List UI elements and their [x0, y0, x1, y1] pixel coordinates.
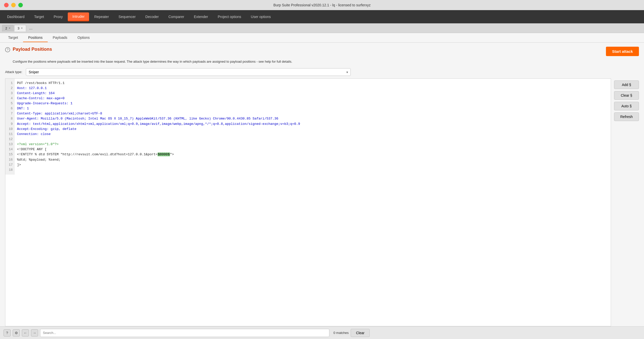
nav-project-options[interactable]: Project options [213, 13, 246, 21]
attack-type-label: Attack type: [5, 70, 22, 74]
start-attack-button[interactable]: Start attack [606, 47, 639, 56]
help-bottom-icon[interactable]: ? [4, 329, 11, 336]
tab-2-label: 2 [5, 26, 7, 30]
tab-3-label: 3 [18, 26, 19, 30]
section-title: Payload Positions [13, 47, 52, 52]
title-bar: Burp Suite Professional v2020.12.1 - lq … [0, 0, 644, 10]
help-icon[interactable]: ? [5, 47, 10, 52]
maximize-button[interactable] [18, 3, 23, 7]
nav-target[interactable]: Target [30, 13, 49, 21]
window-title: Burp Suite Professional v2020.12.1 - lq … [274, 3, 371, 7]
description-text: Configure the positions where payloads w… [0, 58, 644, 67]
clear-section-button[interactable]: Clear § [614, 91, 639, 100]
main-area: 123 456 789 101112 131415 161718 PUT /re… [0, 78, 644, 327]
matches-text: 0 matches [333, 331, 349, 335]
attack-type-select[interactable]: Sniper Battering ram Pitchfork Cluster b… [26, 68, 351, 76]
sub-tab-bar: Target Positions Payloads Options [0, 33, 644, 43]
refresh-button[interactable]: Refresh [614, 112, 639, 121]
tab-more[interactable]: ... [27, 25, 35, 32]
nav-dashboard[interactable]: Dashboard [3, 13, 29, 21]
attack-type-row: Attack type: Sniper Battering ram Pitchf… [0, 67, 644, 78]
bottom-bar: ? ⚙ ← → 0 matches Clear [0, 326, 644, 339]
tab-bar: 2 × 3 × ... [0, 23, 644, 33]
nav-extender[interactable]: Extender [189, 13, 213, 21]
search-input[interactable] [40, 329, 329, 337]
code-editor[interactable]: 123 456 789 101112 131415 161718 PUT /re… [5, 78, 611, 327]
nav-proxy[interactable]: Proxy [49, 13, 67, 21]
page-content: ? Payload Positions Start attack Configu… [0, 43, 644, 339]
nav-comparer[interactable]: Comparer [164, 13, 189, 21]
line-numbers: 123 456 789 101112 131415 161718 [5, 79, 14, 175]
tab-2[interactable]: 2 × [2, 25, 14, 31]
nav-decoder[interactable]: Decoder [141, 13, 163, 21]
back-icon[interactable]: ← [22, 329, 29, 336]
close-button[interactable] [4, 3, 9, 7]
minimize-button[interactable] [11, 3, 16, 7]
sub-tab-positions[interactable]: Positions [23, 33, 48, 42]
nav-repeater[interactable]: Repeater [90, 13, 113, 21]
settings-icon[interactable]: ⚙ [13, 329, 20, 336]
tab-2-close[interactable]: × [9, 26, 10, 30]
tab-3-close[interactable]: × [21, 26, 23, 30]
attack-type-select-wrapper[interactable]: Sniper Battering ram Pitchfork Cluster b… [26, 68, 351, 76]
forward-icon[interactable]: → [31, 329, 38, 336]
tab-3[interactable]: 3 × [14, 25, 26, 31]
sub-tab-options[interactable]: Options [72, 33, 95, 42]
clear-button[interactable]: Clear [351, 329, 370, 337]
sub-tab-target[interactable]: Target [3, 33, 23, 42]
nav-bar: Dashboard Target Proxy Intruder Repeater… [0, 10, 644, 23]
code-content[interactable]: PUT /rest/books HTTP/1.1Host: 127.0.0.1C… [14, 79, 611, 175]
nav-intruder[interactable]: Intruder [68, 12, 89, 21]
add-section-button[interactable]: Add § [614, 80, 639, 89]
right-buttons: Add § Clear § Auto § Refresh [611, 78, 644, 327]
nav-user-options[interactable]: User options [246, 13, 276, 21]
window-controls[interactable] [4, 3, 23, 7]
header-section: ? Payload Positions Start attack [0, 43, 644, 58]
sub-tab-payloads[interactable]: Payloads [48, 33, 73, 42]
nav-sequencer[interactable]: Sequencer [114, 13, 140, 21]
auto-section-button[interactable]: Auto § [614, 102, 639, 110]
